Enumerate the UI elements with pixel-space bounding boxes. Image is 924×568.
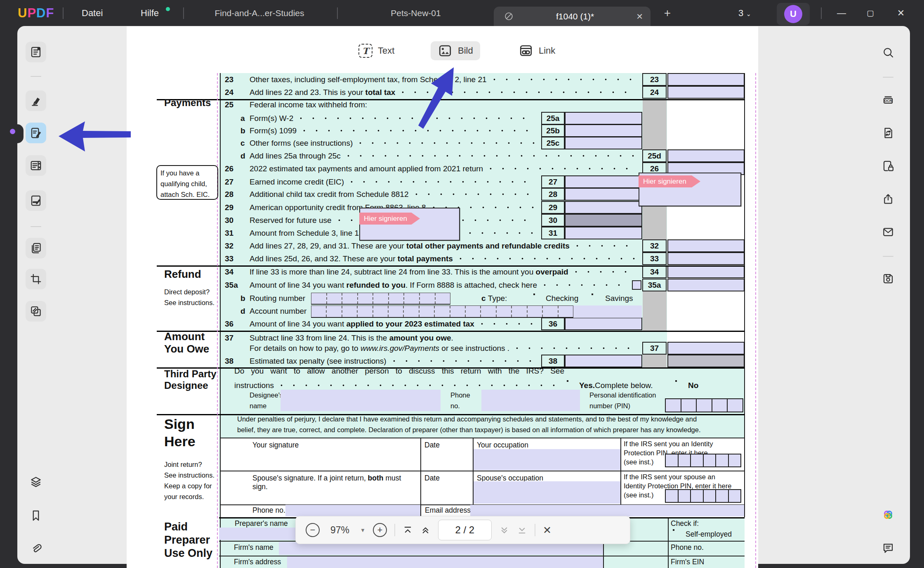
share-button[interactable] xyxy=(878,189,898,209)
form-field-button[interactable] xyxy=(26,155,46,176)
menu-datei[interactable]: Datei xyxy=(82,0,103,26)
comments-panel-button[interactable] xyxy=(878,537,898,558)
designee-name-field[interactable] xyxy=(280,390,441,411)
amount-field[interactable] xyxy=(565,355,642,367)
reader-mode-button[interactable] xyxy=(26,42,46,62)
self-employed-checkbox[interactable] xyxy=(673,529,674,531)
sign-here-tag[interactable]: Hier signieren xyxy=(639,175,700,187)
bookmark-button[interactable] xyxy=(26,505,46,526)
pdf-page[interactable]: 23Other taxes, including self-employment… xyxy=(127,26,758,568)
divider xyxy=(883,77,893,78)
search-button[interactable] xyxy=(878,42,898,63)
table-line xyxy=(420,438,421,517)
section-divider xyxy=(157,99,745,100)
convert-button[interactable] xyxy=(878,123,898,143)
watermark-button[interactable] xyxy=(26,301,46,322)
close-toolbar-icon[interactable]: ✕ xyxy=(543,524,552,536)
firm-address-field[interactable] xyxy=(287,556,603,568)
line-number: 38 xyxy=(225,355,241,367)
amount-field[interactable] xyxy=(667,149,745,162)
tab-pets-new-01[interactable]: Pets-New-01 xyxy=(371,0,460,26)
save-button[interactable] xyxy=(878,268,898,289)
yes-checkbox[interactable] xyxy=(567,380,568,382)
maximize-button[interactable]: ▢ xyxy=(859,0,882,26)
next-page-icon[interactable] xyxy=(499,525,509,535)
dot-leader xyxy=(490,168,636,170)
amount-field[interactable] xyxy=(667,279,745,291)
logo-letter: F xyxy=(46,6,54,20)
menu-hilfe[interactable]: Hilfe xyxy=(141,0,159,26)
minimize-button[interactable]: — xyxy=(830,0,853,26)
ip-pin-field[interactable] xyxy=(665,454,741,467)
firm-address-label: Firm's address xyxy=(234,558,292,566)
layers-button[interactable] xyxy=(26,471,46,492)
tab-f1040-active[interactable]: f1040 (1)* ✕ xyxy=(494,7,651,26)
direct-deposit-note: Direct deposit?See instructions. xyxy=(164,286,234,311)
updf-logo[interactable]: UPDF xyxy=(18,6,54,21)
amount-field[interactable] xyxy=(565,214,642,227)
amount-field[interactable] xyxy=(565,188,642,201)
no-checkbox[interactable] xyxy=(675,380,677,382)
sign-here-tag[interactable]: Hier signieren xyxy=(359,213,420,225)
spouse-occupation-field[interactable] xyxy=(474,481,620,504)
zoom-out-button[interactable]: − xyxy=(306,523,320,537)
amount-field[interactable] xyxy=(565,175,642,188)
your-occupation-field[interactable] xyxy=(474,449,620,470)
form-8888-checkbox[interactable] xyxy=(632,280,641,290)
tab-count-dropdown[interactable]: 3 ⌄ xyxy=(738,0,751,26)
phone-field[interactable] xyxy=(285,505,420,516)
amount-field[interactable] xyxy=(565,317,642,330)
send-email-button[interactable] xyxy=(878,222,898,242)
new-tab-button[interactable]: + xyxy=(656,0,679,26)
crop-pages-button[interactable] xyxy=(26,269,46,289)
routing-number-field[interactable] xyxy=(311,293,450,305)
checking-checkbox[interactable] xyxy=(533,293,535,295)
amount-field[interactable] xyxy=(565,227,642,239)
link-tool-button[interactable]: Link xyxy=(512,41,562,60)
amount-field[interactable] xyxy=(565,112,642,125)
amount-field[interactable] xyxy=(565,201,642,214)
account-field-extension[interactable] xyxy=(573,305,642,318)
zoom-in-button[interactable]: + xyxy=(373,523,387,537)
tab-find-and-answer-studies[interactable]: Find-and-A...er-Studies xyxy=(205,0,314,26)
designee-phone-field[interactable] xyxy=(481,390,580,411)
organize-pages-button[interactable] xyxy=(26,238,46,258)
image-tool-button[interactable]: Bild xyxy=(431,41,480,60)
share-icon xyxy=(882,193,894,205)
amount-field[interactable] xyxy=(667,252,745,265)
perjury-statement: Under penalties of perjury, I declare th… xyxy=(237,414,743,436)
tab-close-icon[interactable]: ✕ xyxy=(636,12,643,21)
page-indicator[interactable]: 2 / 2 xyxy=(438,520,492,540)
ai-assistant-button[interactable] xyxy=(878,504,898,525)
first-page-icon[interactable] xyxy=(403,525,413,535)
edit-pdf-button[interactable] xyxy=(26,123,46,143)
text-tool-button[interactable]: T Text xyxy=(351,41,401,60)
form-row-36: Amount of line 34 you want applied to yo… xyxy=(250,317,540,330)
amount-field[interactable] xyxy=(667,265,745,278)
amount-field[interactable] xyxy=(667,86,745,99)
amount-field[interactable] xyxy=(667,239,745,252)
ocr-button[interactable]: OCR xyxy=(878,90,898,111)
amount-field[interactable] xyxy=(667,73,745,86)
savings-checkbox[interactable] xyxy=(592,293,593,295)
fill-sign-button[interactable] xyxy=(26,190,46,211)
spouse-ip-pin-field[interactable] xyxy=(665,489,741,503)
routing-label: Routing number xyxy=(250,292,311,305)
attachment-button[interactable] xyxy=(26,538,46,559)
close-button[interactable]: ✕ xyxy=(889,0,912,26)
previous-page-icon[interactable] xyxy=(420,525,431,535)
amount-field[interactable] xyxy=(565,137,642,149)
no-edit-icon xyxy=(504,11,514,21)
comment-markup-button[interactable] xyxy=(26,90,46,111)
account-number-field[interactable] xyxy=(311,305,573,318)
section-divider xyxy=(157,265,745,267)
pin-field[interactable] xyxy=(665,398,743,412)
last-page-icon[interactable] xyxy=(517,525,527,535)
email-field[interactable] xyxy=(470,505,744,516)
amount-field[interactable] xyxy=(667,342,745,355)
protect-button[interactable] xyxy=(878,156,898,176)
amount-field[interactable] xyxy=(565,124,642,137)
zoom-dropdown-caret-icon[interactable]: ▼ xyxy=(360,527,365,533)
line-number: 31 xyxy=(225,227,241,239)
account-button[interactable]: U xyxy=(777,3,810,25)
